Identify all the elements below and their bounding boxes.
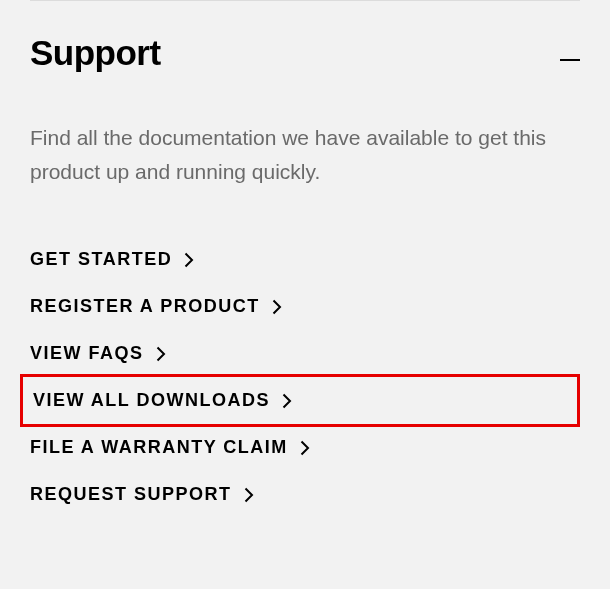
chevron-right-icon xyxy=(272,299,282,315)
link-wrapper: REQUEST SUPPORT xyxy=(20,471,580,518)
link-label: GET STARTED xyxy=(30,249,172,270)
link-wrapper-highlighted: VIEW ALL DOWNLOADS xyxy=(20,374,580,427)
svg-rect-0 xyxy=(560,59,580,61)
chevron-right-icon xyxy=(156,346,166,362)
register-product-link[interactable]: REGISTER A PRODUCT xyxy=(30,283,570,330)
file-warranty-claim-link[interactable]: FILE A WARRANTY CLAIM xyxy=(30,424,570,471)
link-label: VIEW ALL DOWNLOADS xyxy=(33,390,270,411)
link-label: REGISTER A PRODUCT xyxy=(30,296,260,317)
link-wrapper: FILE A WARRANTY CLAIM xyxy=(20,424,580,471)
link-wrapper: REGISTER A PRODUCT xyxy=(20,283,580,330)
section-header[interactable]: Support xyxy=(30,33,580,73)
support-section: Support Find all the documentation we ha… xyxy=(0,33,610,518)
get-started-link[interactable]: GET STARTED xyxy=(30,236,570,283)
link-wrapper: GET STARTED xyxy=(20,236,580,283)
view-faqs-link[interactable]: VIEW FAQS xyxy=(30,330,570,377)
chevron-right-icon xyxy=(244,487,254,503)
chevron-right-icon xyxy=(184,252,194,268)
divider xyxy=(30,0,580,1)
chevron-right-icon xyxy=(282,393,292,409)
request-support-link[interactable]: REQUEST SUPPORT xyxy=(30,471,570,518)
link-label: REQUEST SUPPORT xyxy=(30,484,232,505)
section-description: Find all the documentation we have avail… xyxy=(30,121,580,188)
view-all-downloads-link[interactable]: VIEW ALL DOWNLOADS xyxy=(33,377,567,424)
chevron-right-icon xyxy=(300,440,310,456)
link-label: VIEW FAQS xyxy=(30,343,144,364)
minus-icon xyxy=(560,39,580,67)
link-label: FILE A WARRANTY CLAIM xyxy=(30,437,288,458)
section-title: Support xyxy=(30,33,161,73)
link-wrapper: VIEW FAQS xyxy=(20,330,580,377)
support-links: GET STARTED REGISTER A PRODUCT VIEW FAQS xyxy=(30,236,580,518)
